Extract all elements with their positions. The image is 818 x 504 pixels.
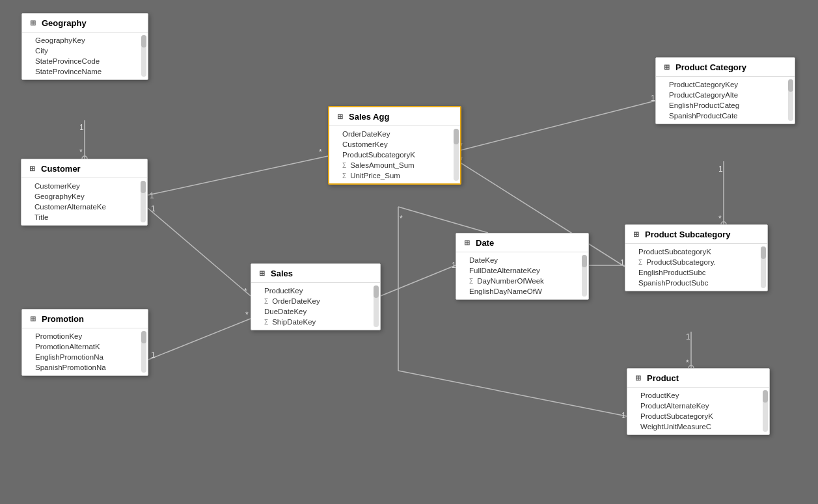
svg-line-16 — [381, 265, 456, 296]
field-row: DateKey — [456, 255, 588, 265]
field-row: SpanishProductCate — [656, 111, 795, 121]
field-name: ProductCategoryAlte — [669, 91, 738, 99]
table-icon: ⊞ — [334, 111, 345, 122]
field-row: SpanishProductSubc — [625, 278, 767, 288]
table-icon: ⊞ — [661, 62, 672, 72]
geography-table[interactable]: ⊞ Geography GeographyKey City StateProvi… — [21, 13, 148, 80]
field-row: CustomerAlternateKe — [21, 202, 147, 212]
customer-table[interactable]: ⊞ Customer CustomerKey GeographyKey Cust… — [21, 159, 148, 226]
field-row: PromotionAlternatK — [22, 341, 148, 352]
sigma-icon: Σ — [469, 278, 473, 285]
promotion-table[interactable]: ⊞ Promotion PromotionKey PromotionAltern… — [21, 309, 148, 376]
svg-text:*: * — [319, 148, 322, 157]
field-name: PromotionAlternatK — [35, 343, 100, 351]
field-row: ΣDayNumberOfWeek — [456, 276, 588, 286]
field-name: EnglishProductCateg — [669, 101, 739, 109]
product-category-table[interactable]: ⊞ Product Category ProductCategoryKey Pr… — [655, 57, 795, 124]
scrollbar[interactable] — [788, 79, 793, 121]
date-header: ⊞ Date — [456, 233, 588, 252]
field-row: PromotionKey — [22, 331, 148, 341]
svg-text:*: * — [245, 310, 249, 319]
sigma-icon: Σ — [342, 162, 346, 169]
field-row: OrderDateKey — [329, 129, 460, 139]
scrollbar[interactable] — [761, 246, 766, 288]
field-name: Title — [34, 213, 48, 221]
scrollbar[interactable] — [763, 390, 768, 432]
field-row: EnglishProductSubc — [625, 267, 767, 278]
field-name: ProductSubcategory. — [646, 258, 716, 266]
product-subcategory-body: ProductSubcategoryK ΣProductSubcategory.… — [625, 244, 767, 291]
product-subcategory-title: Product Subcategory — [645, 230, 730, 239]
field-row: Title — [21, 212, 147, 222]
sales-agg-table[interactable]: ⊞ Sales Agg OrderDateKey CustomerKey Pro… — [328, 106, 461, 185]
scrollbar[interactable] — [454, 129, 459, 181]
product-body: ProductKey ProductAlternateKey ProductSu… — [627, 388, 769, 434]
diagram-canvas: 1 * 1 * 1 * 1 * * 1 * 1 * 1 1 * — [0, 0, 818, 504]
field-row: ΣShipDateKey — [251, 317, 380, 327]
field-name: PromotionKey — [35, 332, 82, 340]
field-row: GeographyKey — [22, 35, 148, 46]
field-name: EnglishProductSubc — [638, 269, 706, 276]
sales-agg-body: OrderDateKey CustomerKey ProductSubcateg… — [329, 126, 460, 183]
scrollbar[interactable] — [141, 35, 146, 77]
field-name: FullDateAlternateKey — [469, 267, 540, 274]
sigma-icon: Σ — [264, 298, 268, 305]
field-name: ProductSubcategoryK — [638, 248, 711, 256]
geography-body: GeographyKey City StateProvinceCode Stat… — [22, 33, 148, 79]
product-category-title: Product Category — [675, 62, 746, 72]
table-icon: ⊞ — [27, 313, 38, 324]
svg-text:*: * — [400, 214, 403, 223]
product-category-header: ⊞ Product Category — [656, 58, 795, 77]
date-body: DateKey FullDateAlternateKey ΣDayNumberO… — [456, 252, 588, 299]
field-name: ProductKey — [264, 287, 303, 295]
svg-text:1: 1 — [686, 332, 690, 341]
field-row: ProductSubcategoryK — [625, 246, 767, 257]
field-row: SpanishPromotionNa — [22, 362, 148, 373]
field-name: SpanishPromotionNa — [35, 364, 106, 371]
geography-header: ⊞ Geography — [22, 14, 148, 33]
field-row: ProductCategoryAlte — [656, 90, 795, 100]
date-table[interactable]: ⊞ Date DateKey FullDateAlternateKey ΣDay… — [456, 233, 589, 300]
sales-header: ⊞ Sales — [251, 264, 380, 283]
field-row: City — [22, 46, 148, 56]
field-row: CustomerKey — [329, 139, 460, 150]
sales-agg-header: ⊞ Sales Agg — [329, 107, 460, 126]
scrollbar[interactable] — [141, 181, 146, 222]
field-name: SpanishProductSubc — [638, 279, 708, 287]
table-icon: ⊞ — [256, 268, 267, 278]
scrollbar[interactable] — [374, 285, 379, 327]
field-name: ProductAlternateKey — [640, 402, 709, 410]
product-table[interactable]: ⊞ Product ProductKey ProductAlternateKey… — [627, 368, 770, 435]
field-row: CustomerKey — [21, 181, 147, 191]
field-name: CustomerAlternateKe — [34, 203, 106, 211]
field-name: StateProvinceCode — [35, 57, 100, 65]
svg-line-20 — [458, 101, 655, 151]
field-name: GeographyKey — [35, 36, 85, 44]
svg-line-13 — [398, 207, 488, 233]
field-name: City — [35, 47, 48, 55]
sales-table[interactable]: ⊞ Sales ProductKey ΣOrderDateKey DueDate… — [251, 263, 381, 330]
promotion-title: Promotion — [42, 314, 84, 324]
customer-header: ⊞ Customer — [21, 159, 147, 178]
field-name: EnglishDayNameOfW — [469, 287, 542, 295]
scrollbar[interactable] — [141, 331, 146, 373]
promotion-header: ⊞ Promotion — [22, 310, 148, 328]
field-row: StateProvinceCode — [22, 56, 148, 66]
svg-text:*: * — [244, 287, 247, 296]
customer-title: Customer — [41, 164, 81, 174]
field-name: SpanishProductCate — [669, 112, 737, 120]
svg-text:*: * — [686, 358, 689, 367]
field-name: OrderDateKey — [272, 297, 320, 305]
table-icon: ⊞ — [27, 163, 37, 174]
table-icon: ⊞ — [633, 373, 643, 383]
sigma-icon: Σ — [264, 319, 268, 326]
product-header: ⊞ Product — [627, 369, 769, 388]
field-row: EnglishDayNameOfW — [456, 286, 588, 297]
svg-line-7 — [148, 208, 251, 296]
field-name: StateProvinceName — [35, 68, 102, 75]
field-row: EnglishPromotionNa — [22, 352, 148, 362]
product-subcategory-table[interactable]: ⊞ Product Subcategory ProductSubcategory… — [625, 224, 768, 291]
scrollbar[interactable] — [582, 255, 587, 297]
svg-text:1: 1 — [620, 258, 625, 267]
field-row: ProductSubcategoryK — [627, 411, 769, 421]
